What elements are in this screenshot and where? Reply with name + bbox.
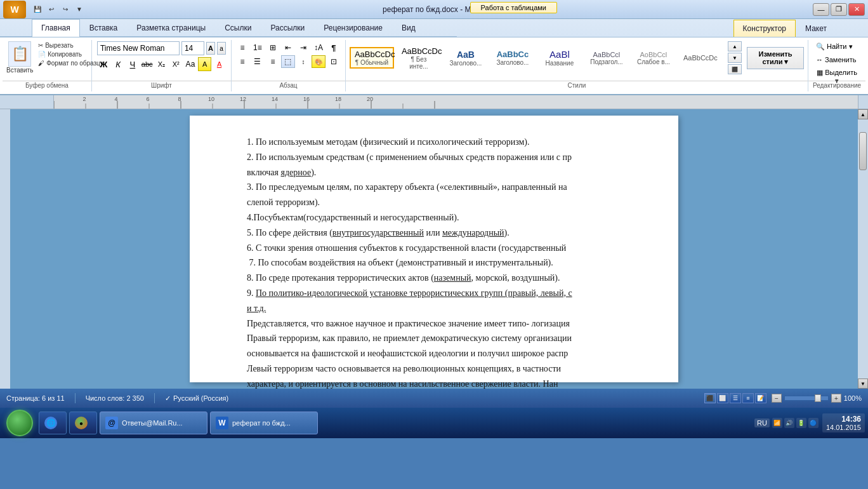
- style-heading2[interactable]: AaBbCc Заголово...: [490, 47, 535, 69]
- word-icon: W: [216, 417, 228, 429]
- align-center-button[interactable]: ☰: [251, 55, 265, 68]
- save-quick-btn[interactable]: 💾: [31, 3, 44, 16]
- tray-volume-icon[interactable]: 🔊: [784, 418, 794, 428]
- tray-battery-icon[interactable]: 🔋: [796, 418, 806, 428]
- italic-button[interactable]: К: [112, 57, 125, 71]
- font-name-row: A a: [97, 41, 226, 55]
- para-1: 1. По используемым методам (физический и…: [247, 135, 647, 150]
- zoom-thumb[interactable]: [815, 394, 821, 402]
- tray-network-icon[interactable]: 📶: [772, 418, 782, 428]
- superscript-button[interactable]: X²: [169, 57, 183, 71]
- justify-button[interactable]: ⬚: [281, 55, 295, 68]
- change-styles-button[interactable]: Изменить стили ▾: [747, 47, 804, 69]
- change-case-button[interactable]: Аа: [184, 57, 197, 71]
- align-right-button[interactable]: ≡: [266, 55, 280, 68]
- restore-button[interactable]: ❐: [831, 3, 847, 16]
- taskbar-btn-ie[interactable]: 🌐: [39, 412, 67, 434]
- lang-indicator[interactable]: RU: [754, 419, 770, 427]
- zoom-plus-btn[interactable]: +: [831, 394, 841, 403]
- style-more[interactable]: ⬛: [728, 64, 742, 74]
- tab-page-layout[interactable]: Разметка страницы: [127, 19, 215, 36]
- decrease-indent-button[interactable]: ⇤: [281, 41, 295, 54]
- shading-button[interactable]: 🎨: [312, 55, 326, 68]
- redo-quick-btn[interactable]: ↪: [59, 3, 72, 16]
- style-heading1[interactable]: AaB Заголово...: [444, 47, 488, 69]
- clock-date: 14.01.2015: [826, 424, 861, 431]
- zoom-control: − + 100%: [772, 394, 862, 403]
- zoom-slider[interactable]: [784, 396, 829, 401]
- strikethrough-button[interactable]: abc: [140, 57, 154, 71]
- font-color-button[interactable]: А: [213, 57, 226, 71]
- bold-button[interactable]: Ж: [97, 57, 110, 71]
- tab-view[interactable]: Вид: [392, 19, 425, 36]
- tab-constructor[interactable]: Конструктор: [733, 20, 796, 37]
- tray-bluetooth-icon[interactable]: 🔵: [808, 418, 819, 428]
- style-title[interactable]: AaBl Название: [537, 46, 582, 69]
- print-layout-btn[interactable]: ⬛: [704, 393, 716, 403]
- style-scroll-down[interactable]: ▼: [728, 53, 742, 63]
- outline-btn[interactable]: ≡: [742, 393, 754, 403]
- font-name-input[interactable]: [97, 41, 180, 55]
- clock[interactable]: 14:36 14.01.2015: [822, 413, 865, 432]
- show-marks-button[interactable]: ¶: [327, 41, 341, 54]
- font-size-input[interactable]: [181, 41, 204, 55]
- zoom-minus-btn[interactable]: −: [772, 394, 782, 403]
- sort-button[interactable]: ↕A: [312, 41, 326, 54]
- scroll-thumb[interactable]: [859, 132, 867, 170]
- tab-layout[interactable]: Макет: [796, 20, 836, 37]
- tab-home[interactable]: Главная: [32, 19, 80, 37]
- minimize-button[interactable]: —: [813, 3, 829, 16]
- tab-references[interactable]: Ссылки: [215, 19, 261, 36]
- draft-btn[interactable]: 📝: [755, 393, 766, 403]
- full-screen-btn[interactable]: ⬜: [717, 393, 728, 403]
- tab-mailings[interactable]: Рассылки: [261, 19, 314, 36]
- taskbar-btn-word[interactable]: W реферат по бжд...: [210, 412, 318, 434]
- undo-quick-btn[interactable]: ↩: [45, 3, 58, 16]
- font-group: A a Ж К Ч abc X₂ X² Аа А А Шрифт: [92, 40, 232, 91]
- style-normal[interactable]: AaBbCcDc ¶ Обычный: [350, 47, 394, 69]
- dropdown-quick-btn[interactable]: ▼: [73, 3, 86, 16]
- style-no-spacing[interactable]: AaBbCcDc ¶ Без инте...: [397, 44, 441, 72]
- taskbar-btn-browser[interactable]: ●: [69, 412, 97, 434]
- tab-insert[interactable]: Вставка: [80, 19, 128, 36]
- edit-group: 🔍 Найти ▾ ↔ Заменить ▦ Выделить ▾ Редакт…: [808, 40, 865, 91]
- office-button[interactable]: W: [3, 1, 26, 18]
- style-subtle-emphasis[interactable]: AoBbCcl Слабое в...: [631, 48, 676, 68]
- web-layout-btn[interactable]: ☰: [730, 393, 741, 403]
- find-button[interactable]: 🔍 Найти ▾: [812, 41, 862, 52]
- numbering-button[interactable]: 1≡: [251, 41, 265, 54]
- font-shrink-button[interactable]: a: [217, 42, 226, 55]
- close-button[interactable]: ✕: [848, 3, 865, 16]
- increase-indent-button[interactable]: ⇥: [296, 41, 310, 54]
- document-scroll-area[interactable]: 1. По используемым методам (физический и…: [10, 109, 858, 389]
- multilevel-list-button[interactable]: ⊞: [266, 41, 280, 54]
- subscript-button[interactable]: X₂: [155, 57, 168, 71]
- svg-text:10: 10: [208, 96, 214, 102]
- svg-text:12: 12: [240, 96, 246, 102]
- bullets-button[interactable]: ≡: [235, 41, 249, 54]
- style-subtitle[interactable]: AaBbCcl Подзагол...: [584, 48, 629, 68]
- tab-review[interactable]: Рецензирование: [314, 19, 392, 36]
- start-button[interactable]: [3, 409, 36, 437]
- line-spacing-button[interactable]: ↕: [296, 55, 310, 68]
- paste-button[interactable]: 📋 Вставить: [6, 41, 33, 74]
- para-10: Представляется, что важное научное и пра…: [247, 316, 647, 332]
- style-extra[interactable]: AaBbCcDc: [678, 51, 723, 64]
- align-left-button[interactable]: ≡: [235, 55, 249, 68]
- replace-button[interactable]: ↔ Заменить: [812, 55, 862, 65]
- scroll-track[interactable]: [858, 119, 868, 378]
- scroll-down-arrow[interactable]: ▼: [858, 378, 868, 389]
- title-bar-left: W 💾 ↩ ↪ ▼: [3, 1, 86, 18]
- borders-button[interactable]: ⊡: [327, 55, 341, 68]
- highlight-button[interactable]: А: [198, 57, 211, 71]
- mail-btn-label: Ответы@Mail.Ru...: [122, 419, 183, 427]
- styles-group: AaBbCcDc ¶ Обычный AaBbCcDc ¶ Без инте..…: [346, 40, 808, 91]
- underline-button[interactable]: Ч: [126, 57, 139, 71]
- font-grow-button[interactable]: A: [206, 42, 215, 55]
- scrollbar-right[interactable]: ▲ ▼: [858, 109, 868, 389]
- underline-mezhdunar: международный: [442, 228, 504, 238]
- style-scroll-up[interactable]: ▲: [728, 41, 742, 51]
- scroll-up-arrow[interactable]: ▲: [858, 109, 868, 119]
- taskbar-btn-mail[interactable]: @ Ответы@Mail.Ru...: [100, 412, 207, 434]
- start-orb: [6, 410, 33, 436]
